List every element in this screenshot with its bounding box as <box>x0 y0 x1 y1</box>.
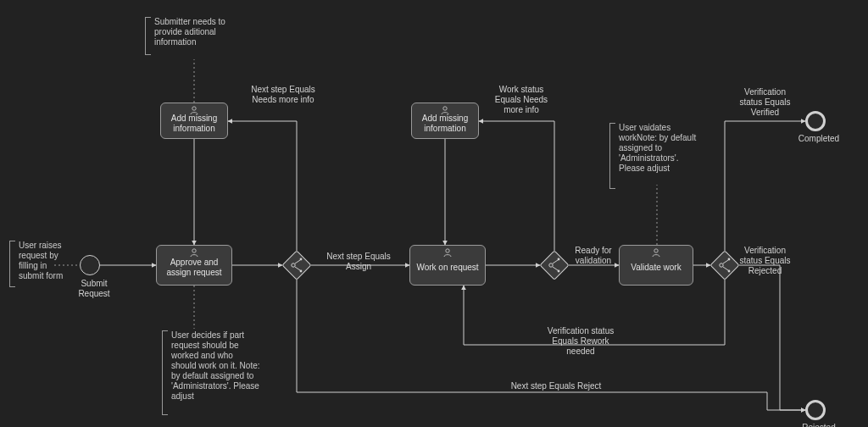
svg-point-7 <box>558 270 560 273</box>
edge-label-g2-needs-info: Work status Equals Needs more info <box>487 85 555 115</box>
edge-label-g2-ready: Ready for validation <box>568 246 619 266</box>
svg-point-6 <box>558 258 560 261</box>
edge-label-g3-verified: Verification status Equals Verified <box>733 87 797 118</box>
task-label: Validate work <box>631 263 681 273</box>
gateway-1[interactable] <box>282 251 311 280</box>
svg-point-3 <box>300 270 303 273</box>
edge-label-g1-reject: Next step Equals Reject <box>505 381 607 391</box>
note-text: User vaidates workNote: by default assig… <box>619 123 696 173</box>
bpmn-canvas: { "events": { "start": { "label": "Submi… <box>0 0 868 427</box>
svg-point-15 <box>443 107 447 110</box>
end-event-rejected-label: Rejected <box>793 423 844 427</box>
person-icon <box>443 248 452 259</box>
svg-point-13 <box>192 107 196 110</box>
svg-rect-0 <box>282 251 311 280</box>
task-add-missing-1[interactable]: Add missing information <box>160 103 228 139</box>
task-label: Work on request <box>416 263 478 273</box>
start-event[interactable] <box>80 255 100 275</box>
end-event-rejected[interactable] <box>805 400 826 420</box>
flow-g2-addmiss2 <box>479 121 554 251</box>
person-icon <box>190 106 198 117</box>
svg-point-2 <box>300 258 303 261</box>
note-add-missing-1: Submitter needs to provide aditional inf… <box>149 17 243 55</box>
task-approve[interactable]: Approve and assign request <box>156 245 232 286</box>
task-validate[interactable]: Validate work <box>619 245 693 286</box>
edge-label-g1-needs-info: Next step Equals Needs more info <box>251 85 315 105</box>
svg-point-11 <box>728 270 731 273</box>
edge-label-g3-rejected: Verification status Equals Rejected <box>733 246 797 276</box>
end-event-completed[interactable] <box>805 111 826 131</box>
gateway-2[interactable] <box>540 251 569 280</box>
person-icon <box>190 248 198 259</box>
task-work[interactable]: Work on request <box>409 245 486 286</box>
note-text: User decides if part request should be w… <box>171 330 260 401</box>
start-event-label: Submit Request <box>73 279 115 299</box>
note-text: Submitter needs to provide aditional inf… <box>154 17 225 47</box>
end-event-completed-label: Completed <box>793 134 844 144</box>
task-add-missing-2[interactable]: Add missing information <box>411 103 479 139</box>
note-approve: User decides if part request should be w… <box>166 330 260 415</box>
task-label: Approve and assign request <box>162 258 226 278</box>
note-validate: User vaidates workNote: by default assig… <box>614 123 704 189</box>
svg-point-14 <box>446 249 449 252</box>
svg-point-12 <box>192 249 196 252</box>
svg-point-10 <box>728 258 731 261</box>
svg-point-16 <box>654 249 658 252</box>
svg-rect-4 <box>540 251 569 280</box>
person-icon <box>441 106 449 117</box>
flow-overlay <box>0 0 868 427</box>
edge-label-g3-rework: Verification status Equals Rework needed <box>547 326 615 357</box>
note-text: User raises request by filling in submit… <box>19 241 63 280</box>
edge-label-g1-assign: Next step Equals Assign <box>325 252 392 272</box>
flow-g3-rejected <box>739 265 805 410</box>
note-start: User raises request by filling in submit… <box>14 241 68 287</box>
person-icon <box>652 248 660 259</box>
flow-g1-addmiss1 <box>228 121 297 251</box>
